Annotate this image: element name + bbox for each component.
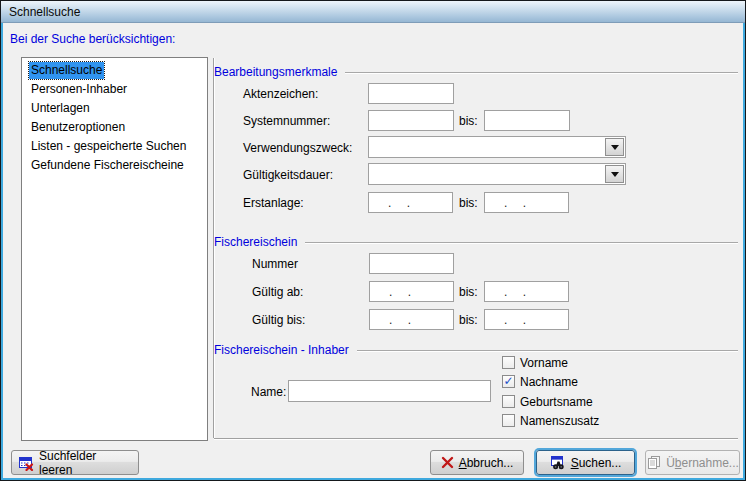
gueltig-bis-from-input[interactable]: . . <box>369 309 454 330</box>
list-item-unterlagen[interactable]: Unterlagen <box>22 99 207 118</box>
gueltig-bis-bis-label: bis: <box>459 313 478 327</box>
apply-button: Übernahme... <box>645 450 740 475</box>
systemnummer-bis-label: bis: <box>459 114 478 128</box>
group-title: Bearbeitungsmerkmale <box>214 65 337 79</box>
aktenzeichen-input[interactable] <box>368 83 454 104</box>
chevron-down-icon <box>611 172 619 177</box>
nummer-label: Nummer <box>252 257 298 271</box>
list-item-gespeicherte-suchen[interactable]: Listen - gespeicherte Suchen <box>22 137 207 156</box>
gueltig-ab-bis-label: bis: <box>459 285 478 299</box>
systemnummer-to-input[interactable] <box>484 110 570 131</box>
group-fischereischein-inhaber: Fischereischein - Inhaber <box>214 343 738 357</box>
binoculars-icon <box>550 455 566 471</box>
copy-icon <box>646 455 661 470</box>
group-etched-line <box>357 350 738 352</box>
form-clear-icon <box>18 455 34 471</box>
group-fischereischein: Fischereischein <box>214 235 738 249</box>
geburtsname-checkbox[interactable] <box>502 395 515 408</box>
search-scope-listbox[interactable]: Schnellsuche Personen-Inhaber Unterlagen… <box>21 57 208 441</box>
group-title: Fischereischein <box>214 235 297 249</box>
verwendungszweck-select[interactable] <box>368 136 626 158</box>
vorname-checkbox-label: Vorname <box>520 356 568 370</box>
namenszusatz-checkbox-label: Namenszusatz <box>520 414 599 428</box>
gueltig-ab-to-input[interactable]: . . <box>484 281 569 302</box>
group-etched-line <box>305 242 738 244</box>
group-bearbeitungsmerkmale: Bearbeitungsmerkmale <box>214 65 738 79</box>
erstanlage-from-input[interactable]: . . <box>368 192 453 213</box>
nummer-input[interactable] <box>369 253 454 274</box>
systemnummer-label: Systemnummer: <box>243 114 330 128</box>
verwendungszweck-label: Verwendungszweck: <box>243 141 352 155</box>
list-item-benutzeroptionen[interactable]: Benutzeroptionen <box>22 118 207 137</box>
gueltig-ab-label: Gültig ab: <box>252 285 303 299</box>
nachname-checkbox[interactable]: ✓ <box>502 375 515 388</box>
geburtsname-checkbox-label: Geburtsname <box>520 395 593 409</box>
gueltigkeitsdauer-label: Gültigkeitsdauer: <box>243 168 333 182</box>
erstanlage-label: Erstanlage: <box>243 196 304 210</box>
list-item-schnellsuche[interactable]: Schnellsuche <box>22 61 207 80</box>
group-title: Fischereischein - Inhaber <box>214 343 349 357</box>
systemnummer-from-input[interactable] <box>368 110 454 131</box>
name-input[interactable] <box>288 380 491 402</box>
titlebar[interactable]: Schnellsuche <box>1 1 745 23</box>
name-label: Name: <box>251 385 286 399</box>
verwendungszweck-dropdown-button[interactable] <box>605 138 624 156</box>
gueltig-ab-from-input[interactable]: . . <box>369 281 454 302</box>
window-title: Schnellsuche <box>9 5 80 19</box>
chevron-down-icon <box>611 145 619 150</box>
list-item-personen-inhaber[interactable]: Personen-Inhaber <box>22 80 207 99</box>
gueltigkeitsdauer-select[interactable] <box>368 163 626 185</box>
vorname-checkbox[interactable] <box>502 356 515 369</box>
namenszusatz-checkbox[interactable] <box>502 414 515 427</box>
nachname-checkbox-label: Nachname <box>520 375 578 389</box>
gueltig-bis-label: Gültig bis: <box>252 313 305 327</box>
group-etched-line <box>345 72 738 74</box>
panel-separator-horizontal <box>214 438 738 439</box>
red-x-icon <box>441 456 454 469</box>
search-scope-label: Bei der Suche berücksichtigen: <box>10 32 175 46</box>
erstanlage-to-input[interactable]: . . <box>484 192 569 213</box>
erstanlage-bis-label: bis: <box>459 196 478 210</box>
gueltig-bis-to-input[interactable]: . . <box>484 309 569 330</box>
search-button[interactable]: Suchen... <box>536 450 635 475</box>
aktenzeichen-label: Aktenzeichen: <box>243 87 318 101</box>
list-item-gefundene-fischereischeine[interactable]: Gefundene Fischereischeine <box>22 156 207 175</box>
quick-search-dialog: Schnellsuche Bei der Suche berücksichtig… <box>0 0 746 481</box>
gueltigkeitsdauer-dropdown-button[interactable] <box>605 165 624 183</box>
clear-search-fields-button[interactable]: Suchfelder leeren <box>11 450 139 475</box>
cancel-button[interactable]: Abbruch... <box>430 450 524 475</box>
